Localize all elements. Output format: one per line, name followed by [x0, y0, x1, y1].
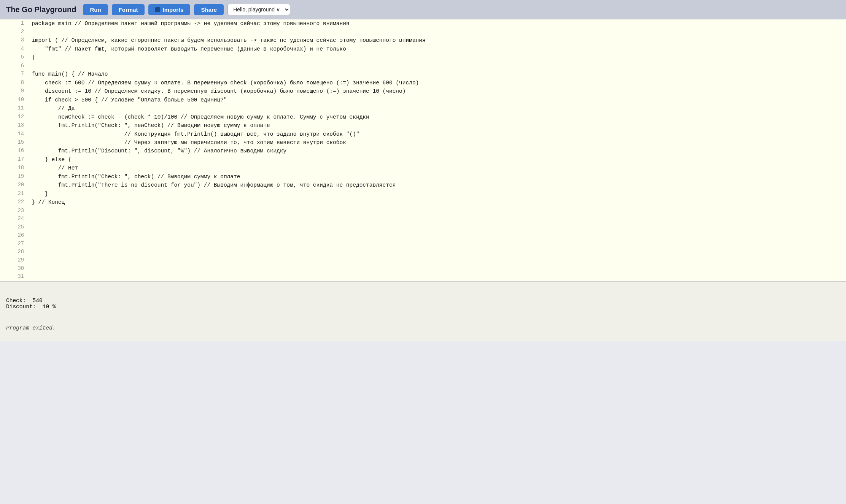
- table-row: 6: [0, 62, 846, 70]
- line-number: 1: [0, 19, 29, 28]
- table-row: 3import ( // Определяем, какие сторонние…: [0, 36, 846, 44]
- table-row: 26: [0, 231, 846, 240]
- line-code: import ( // Определяем, какие сторонние …: [29, 36, 846, 44]
- table-row: 5): [0, 53, 846, 62]
- line-code: if check > 500 { // Условие "Оплата боль…: [29, 96, 846, 104]
- line-code: ): [29, 53, 846, 62]
- line-number: 24: [0, 215, 29, 223]
- imports-button[interactable]: Imports: [148, 4, 190, 15]
- line-code: fmt.Println("Check: ", check) // Выводим…: [29, 173, 846, 181]
- line-number: 31: [0, 273, 29, 281]
- line-number: 2: [0, 28, 29, 36]
- line-code: check := 600 // Определяем сумму к оплат…: [29, 79, 846, 87]
- line-number: 5: [0, 53, 29, 62]
- table-row: 9 discount := 10 // Определяем скидку. В…: [0, 87, 846, 95]
- line-number: 22: [0, 198, 29, 206]
- line-number: 26: [0, 231, 29, 240]
- line-number: 23: [0, 207, 29, 215]
- line-number: 17: [0, 155, 29, 164]
- line-number: 8: [0, 79, 29, 87]
- line-code: [29, 215, 846, 223]
- share-button[interactable]: Share: [194, 4, 224, 15]
- table-row: 15 // Через запятую мы перечислили то, ч…: [0, 138, 846, 147]
- table-row: 27: [0, 240, 846, 248]
- output-line: Discount: 10 %: [6, 304, 840, 310]
- line-code: [29, 28, 846, 36]
- line-code: [29, 62, 846, 70]
- example-select[interactable]: Hello, playground ∨: [227, 4, 290, 15]
- line-number: 19: [0, 173, 29, 181]
- output-line: Check: 540: [6, 298, 840, 304]
- line-code: // Да: [29, 104, 846, 113]
- line-number: 16: [0, 147, 29, 155]
- table-row: 30: [0, 265, 846, 273]
- table-row: 19 fmt.Println("Check: ", check) // Выво…: [0, 173, 846, 181]
- line-code: discount := 10 // Определяем скидку. В п…: [29, 87, 846, 95]
- table-row: 18 // Нет: [0, 164, 846, 172]
- table-row: 11 // Да: [0, 104, 846, 113]
- table-row: 10 if check > 500 { // Условие "Оплата б…: [0, 96, 846, 104]
- code-table: 1package main // Определяем пакет нашей …: [0, 19, 846, 281]
- line-code: // Нет: [29, 164, 846, 172]
- table-row: 17 } else {: [0, 155, 846, 164]
- line-code: [29, 265, 846, 273]
- line-number: 4: [0, 45, 29, 53]
- line-code: [29, 207, 846, 215]
- app-title: The Go Playground: [6, 5, 76, 14]
- line-code: [29, 231, 846, 240]
- table-row: 28: [0, 248, 846, 256]
- output-area: Check: 540Discount: 10 % Program exited.: [0, 281, 846, 341]
- line-code: } else {: [29, 155, 846, 164]
- table-row: 24: [0, 215, 846, 223]
- line-code: // Через запятую мы перечислили то, что …: [29, 138, 846, 147]
- line-number: 10: [0, 96, 29, 104]
- table-row: 20 fmt.Println("There is no discount for…: [0, 181, 846, 189]
- line-number: 25: [0, 223, 29, 231]
- line-number: 3: [0, 36, 29, 44]
- imports-label: Imports: [162, 6, 183, 13]
- run-button[interactable]: Run: [83, 4, 108, 15]
- table-row: 25: [0, 223, 846, 231]
- line-code: fmt.Println("Check: ", newCheck) // Выво…: [29, 121, 846, 130]
- line-number: 18: [0, 164, 29, 172]
- imports-checkbox: [155, 7, 160, 12]
- line-code: "fmt" // Пакет fmt, который позволяет вы…: [29, 45, 846, 53]
- line-number: 15: [0, 138, 29, 147]
- line-number: 6: [0, 62, 29, 70]
- line-code: [29, 240, 846, 248]
- line-code: fmt.Println("Discount: ", discount, "%")…: [29, 147, 846, 155]
- line-number: 21: [0, 190, 29, 198]
- table-row: 22} // Конец: [0, 198, 846, 206]
- code-editor[interactable]: 1package main // Определяем пакет нашей …: [0, 19, 846, 281]
- line-code: // Конструкция fmt.Println() выводит всё…: [29, 130, 846, 138]
- format-button[interactable]: Format: [112, 4, 145, 15]
- line-number: 13: [0, 121, 29, 130]
- table-row: 16 fmt.Println("Discount: ", discount, "…: [0, 147, 846, 155]
- line-code: package main // Определяем пакет нашей п…: [29, 19, 846, 28]
- line-code: func main() { // Начало: [29, 70, 846, 78]
- line-code: }: [29, 190, 846, 198]
- line-code: newCheck := check - (check * 10)/100 // …: [29, 113, 846, 121]
- line-number: 12: [0, 113, 29, 121]
- line-number: 14: [0, 130, 29, 138]
- table-row: 31: [0, 273, 846, 281]
- line-number: 30: [0, 265, 29, 273]
- table-row: 13 fmt.Println("Check: ", newCheck) // В…: [0, 121, 846, 130]
- line-code: fmt.Println("There is no discount for yo…: [29, 181, 846, 189]
- table-row: 7func main() { // Начало: [0, 70, 846, 78]
- line-code: [29, 256, 846, 265]
- table-row: 8 check := 600 // Определяем сумму к опл…: [0, 79, 846, 87]
- line-number: 7: [0, 70, 29, 78]
- table-row: 29: [0, 256, 846, 265]
- table-row: 23: [0, 207, 846, 215]
- line-number: 27: [0, 240, 29, 248]
- table-row: 4 "fmt" // Пакет fmt, который позволяет …: [0, 45, 846, 53]
- table-row: 12 newCheck := check - (check * 10)/100 …: [0, 113, 846, 121]
- line-number: 11: [0, 104, 29, 113]
- line-code: [29, 223, 846, 231]
- program-exited-message: Program exited.: [6, 325, 840, 331]
- line-code: [29, 248, 846, 256]
- table-row: 1package main // Определяем пакет нашей …: [0, 19, 846, 28]
- line-number: 20: [0, 181, 29, 189]
- line-number: 9: [0, 87, 29, 95]
